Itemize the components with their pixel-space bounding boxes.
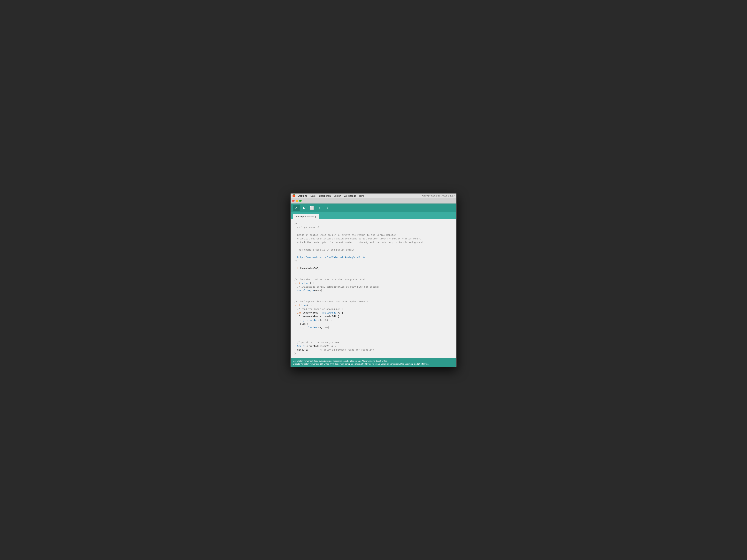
- code-comment-setup: // the setup routine runs once when you …: [294, 278, 367, 281]
- tab-bar: AnalogReadSerial §: [291, 212, 456, 219]
- menu-bearbeiten[interactable]: Bearbeiten: [319, 194, 331, 197]
- code-comment-read: // read the input on analog pin 0:: [297, 308, 344, 310]
- menu-datei[interactable]: Datei: [310, 194, 316, 197]
- toolbar: ✓ ▶ ⬜ ↑ ↓: [291, 204, 456, 212]
- window-title: AnalogReadSerial | Arduino 1.8.7: [422, 194, 455, 197]
- menu-werkzeuge[interactable]: Werkzeuge: [344, 194, 356, 197]
- upload-button[interactable]: ▶: [301, 205, 307, 211]
- code-serial-begin: Serial: [297, 289, 306, 292]
- menu-arduino[interactable]: Arduino: [298, 194, 308, 197]
- code-digitalwrite-low: digitalWrite: [300, 326, 317, 329]
- status-line1: Der Sketch verwendet 2106 Bytes (6%) des…: [293, 359, 454, 363]
- code-loop-fn: loop: [302, 304, 307, 307]
- save-button[interactable]: ↓: [324, 205, 331, 211]
- code-link[interactable]: http://www.arduino.cc/en/Tutorial/Analog…: [297, 256, 367, 259]
- status-bar: Der Sketch verwendet 2106 Bytes (6%) des…: [291, 358, 456, 367]
- code-comment-print: // print out the value you read:: [297, 341, 342, 344]
- code-analogread: analogRead: [323, 311, 336, 314]
- open-button[interactable]: ↑: [316, 205, 323, 211]
- status-line2: Globale Variablen verwenden 188 Bytes (9…: [293, 363, 454, 366]
- menu-hilfe[interactable]: Hilfe: [359, 194, 364, 197]
- minimize-button[interactable]: −: [296, 199, 298, 202]
- code-serial-println: Serial: [297, 345, 306, 347]
- maximize-button[interactable]: +: [299, 199, 302, 202]
- code-setup-fn: setup: [302, 282, 308, 285]
- tab-analogreadserial[interactable]: AnalogReadSerial §: [293, 214, 319, 219]
- code-keyword-void1: void: [294, 282, 300, 285]
- code-keyword-int2: int: [297, 311, 302, 314]
- verify-button[interactable]: ✓: [293, 205, 300, 211]
- code-keyword-void2: void: [294, 304, 300, 307]
- apple-menu[interactable]: 🍎: [292, 194, 295, 197]
- window-chrome: × − +: [291, 198, 456, 204]
- code-digitalwrite-high: digitalWrite: [300, 319, 317, 321]
- menu-sketch[interactable]: Sketch: [334, 194, 341, 197]
- code-editor[interactable]: /* AnalogReadSerial Reads an analog inpu…: [291, 219, 456, 358]
- new-button[interactable]: ⬜: [308, 205, 315, 211]
- close-button[interactable]: ×: [292, 199, 294, 202]
- code-comment-loop: // the loop routine runs over and over a…: [294, 300, 368, 303]
- code-comment: /* AnalogReadSerial Reads an analog inpu…: [294, 222, 424, 262]
- code-comment-delay: // delay in between reads for stability: [319, 348, 374, 351]
- menubar: 🍎 Arduino Datei Bearbeiten Sketch Werkze…: [291, 193, 456, 198]
- code-comment-serial: // initialize serial communication at 96…: [297, 285, 380, 288]
- code-keyword-int1: int: [294, 267, 299, 270]
- code-begin: begin: [307, 289, 314, 292]
- monitor-frame: 🍎 Arduino Datei Bearbeiten Sketch Werkze…: [290, 193, 457, 367]
- screen: 🍎 Arduino Datei Bearbeiten Sketch Werkze…: [291, 193, 456, 367]
